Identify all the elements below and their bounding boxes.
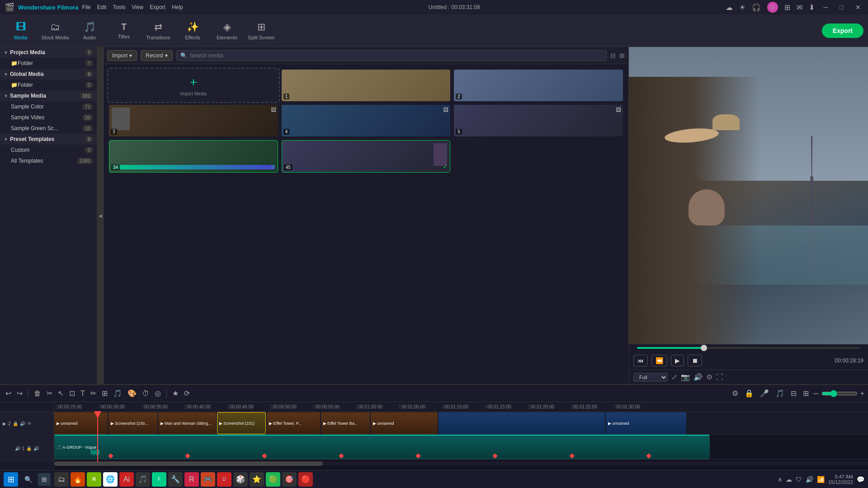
effects-tool[interactable]: ★ [170, 387, 180, 399]
menu-tools[interactable]: Tools [113, 4, 125, 10]
step-back-button[interactable]: ⏪ [651, 355, 667, 366]
stop-button[interactable]: ⏹ [688, 355, 702, 366]
chevron-up-icon[interactable]: ∧ [778, 476, 782, 483]
sample-media-header[interactable]: ▼ Sample Media 101 [0, 90, 97, 101]
scrollbar-thumb[interactable] [54, 461, 323, 466]
app9[interactable]: 🟢 [266, 472, 280, 487]
rewind-button[interactable]: ⏮ [633, 355, 648, 366]
firefox-app[interactable]: 🔥 [71, 472, 85, 487]
stabilize-tool[interactable]: ◎ [153, 387, 163, 399]
media-item[interactable]: ✓ 45 [282, 140, 451, 173]
zoom-out-button[interactable]: ─ [813, 389, 818, 398]
global-media-header[interactable]: ▼ Global Media 0 [0, 69, 97, 80]
zoom-in-button[interactable]: + [860, 389, 864, 398]
track-clip-screenshot231[interactable]: ▶ Screenshot (231) [217, 412, 266, 434]
close-button[interactable]: ✕ [853, 4, 863, 11]
track-clip-audio[interactable]: 🎵 A-GROUP - Vogue [54, 435, 710, 459]
sample-green-item[interactable]: Sample Green Sc... 10 [7, 123, 97, 134]
download-icon[interactable]: ⬇ [809, 3, 815, 12]
cut-button[interactable]: ✂ [45, 387, 54, 399]
project-media-header[interactable]: ▼ Project Media 7 [0, 47, 97, 58]
toolbar-media[interactable]: 🎞 Media [5, 16, 37, 45]
custom-item[interactable]: Custom 0 [7, 145, 97, 155]
app7[interactable]: 🎲 [233, 472, 248, 487]
mail-icon[interactable]: ✉ [797, 3, 802, 12]
color-tool[interactable]: 🎨 [126, 387, 138, 399]
search-input[interactable] [190, 52, 603, 59]
taskbar-network-icon[interactable]: 📶 [817, 476, 825, 483]
chrome-app[interactable]: 🌐 [103, 472, 118, 487]
media-item[interactable]: 1 [282, 70, 451, 101]
clock-display[interactable]: 5:47 AM 15/12/2022 [828, 474, 853, 485]
filmora-app[interactable]: F [152, 472, 166, 487]
progress-thumb[interactable] [701, 345, 707, 351]
cloud-icon[interactable]: ☁ [726, 3, 733, 12]
toolbar-effects[interactable]: ✨ Effects [176, 16, 209, 45]
delete-button[interactable]: 🗑 [32, 388, 43, 399]
taskbar-cloud-icon[interactable]: ☁ [786, 476, 792, 483]
sample-color-item[interactable]: Sample Color 71 [7, 101, 97, 112]
toolbar-audio[interactable]: 🎵 Audio [73, 16, 106, 45]
snapshot-button[interactable]: 📷 [681, 373, 690, 381]
toolbar-stock-media[interactable]: 🗂 Stock Media [39, 16, 71, 45]
timeline-split-icon[interactable]: ⊟ [789, 387, 798, 399]
start-button[interactable]: ⊞ [4, 472, 18, 487]
import-button[interactable]: Import ▾ [107, 50, 137, 61]
all-templates-item[interactable]: All Templates 1085 [7, 155, 97, 166]
track-clip-unnamed[interactable]: ▶ unnamed [54, 412, 108, 434]
speed-tool[interactable]: ⏱ [140, 388, 151, 399]
track-clip-eiffel1[interactable]: ▶ Eiffel Tower, P... [267, 412, 320, 434]
toolbar-split-screen[interactable]: ⊞ Split Screen [245, 16, 278, 45]
timeline-settings-icon[interactable]: ⚙ [730, 387, 740, 399]
taskbar-search-icon[interactable]: 🔍 [22, 473, 34, 486]
play-button[interactable]: ▶ [671, 355, 684, 366]
fit-screen-button[interactable]: ⤢ [671, 373, 677, 381]
toolbar-elements[interactable]: ◈ Elements [211, 16, 243, 45]
lock-icon-track1[interactable]: 🔒 [26, 446, 32, 451]
track-clip-unnamed2[interactable]: ▶ unnamed [371, 412, 438, 434]
app10[interactable]: 🎯 [282, 472, 297, 487]
volume-icon-track1[interactable]: 🔊 [33, 446, 39, 451]
text-tool[interactable]: T [79, 388, 87, 399]
grid-icon[interactable]: ⊞ [784, 3, 790, 12]
zoom-slider[interactable] [821, 390, 858, 397]
panel-collapse-button[interactable]: ◀ [97, 47, 104, 384]
media-item[interactable]: ✓ 34 [109, 140, 278, 173]
media-item[interactable]: 2 [454, 70, 623, 101]
select-tool[interactable]: ↖ [56, 387, 66, 399]
volume-button[interactable]: 🔊 [693, 373, 703, 381]
app3[interactable]: 🔧 [168, 472, 183, 487]
taskbar-speaker-icon[interactable]: 🔊 [806, 476, 813, 483]
expand-button[interactable]: ⛶ [716, 373, 723, 381]
track-clip-eiffel2[interactable]: ▶ Eiffel Tower Ba... [321, 412, 370, 434]
maximize-button[interactable]: □ [837, 4, 846, 11]
headphone-icon[interactable]: 🎧 [752, 3, 761, 12]
menu-export[interactable]: Export [150, 4, 165, 10]
import-media-area[interactable]: + Import Media [107, 68, 280, 103]
sun-icon[interactable]: ☀ [739, 3, 745, 12]
timeline-scrollbar[interactable] [54, 461, 868, 466]
timeline-mic-icon[interactable]: 🎤 [758, 387, 771, 399]
track-clip-blue1[interactable] [439, 412, 605, 434]
menu-help[interactable]: Help [172, 4, 183, 10]
app4[interactable]: R [184, 472, 199, 487]
folder-item-project[interactable]: 📁 Folder 7 [7, 58, 97, 69]
timeline-add-icon[interactable]: ⊞ [801, 387, 811, 399]
app11[interactable]: 🔴 [298, 472, 313, 487]
profile-icon[interactable]: U [767, 2, 778, 13]
volume-icon-track2[interactable]: 🔊 [20, 421, 25, 426]
app6[interactable]: D [217, 472, 231, 487]
track-clip-unnamed3[interactable]: ▶ unnamed [606, 412, 686, 434]
ai-tool[interactable]: ⟳ [182, 387, 192, 399]
folder-item-global[interactable]: 📁 Folder 0 [7, 80, 97, 90]
media-item[interactable]: 🖼 3 [109, 105, 278, 136]
file-explorer-app[interactable]: 🗂 [54, 472, 69, 487]
timeline-lock-icon[interactable]: 🔒 [743, 387, 755, 399]
preset-templates-header[interactable]: ▼ Preset Templates 0 [0, 134, 97, 145]
track-clip-screenshot230[interactable]: ▶ Screenshot (230... [108, 412, 157, 434]
crop-tool[interactable]: ⊡ [67, 387, 77, 399]
record-button[interactable]: Record ▾ [141, 50, 173, 61]
app8[interactable]: ⭐ [250, 472, 264, 487]
media-item[interactable]: 🖼 5 [454, 105, 623, 136]
undo-button[interactable]: ↩ [4, 387, 13, 399]
